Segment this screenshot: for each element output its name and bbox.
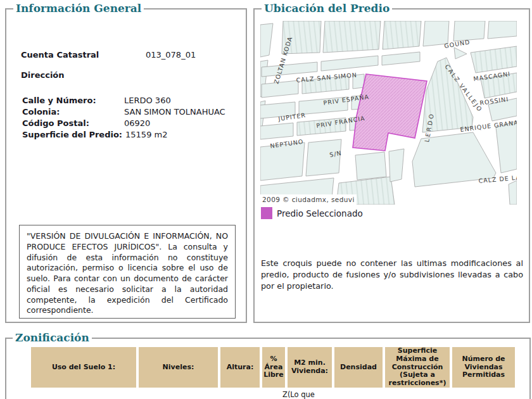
calle-value: LERDO 360 [124,96,171,105]
col-header-densidad: Densidad [334,347,383,388]
calle-label: Calle y Número: [22,95,124,106]
col-header-superficie-maxima: Superficie Máxima de Construcción (Sujet… [385,347,450,388]
col-header-m2-min-vivienda: M2 min. Vivienda: [288,347,332,388]
legal-disclaimer-box: "VERSIÓN DE DIVULGACIÓN E INFORMACIÓN, N… [19,225,236,319]
cuenta-catastral-value: 013_078_01 [146,50,196,60]
zonificacion-title: Zonificación [13,331,92,344]
field-row-codigo-postal: Código Postal:06920 [22,118,225,129]
info-general-title: Información General [13,2,144,15]
field-row-calle: Calle y Número:LERDO 360 [22,95,225,106]
colonia-label: Colonia: [22,106,124,118]
map-note: Este croquis puede no contener las ultim… [261,258,523,292]
col-header-altura: Altura: [220,347,260,388]
seduvi-page: { "colors": { "teal": "#1b6e7d", "tan": … [0,0,532,399]
selected-parcel-swatch-icon [261,207,272,219]
map-legend-label: Predio Seleccionado [277,208,363,218]
codigo-postal-label: Código Postal: [22,118,124,129]
field-row-colonia: Colonia:SAN SIMON TOLNAHUAC [22,106,225,118]
predio-map[interactable]: ZOLTAN KODA CALZ SAN SIMON PRIV ESPAÑA J… [260,21,517,205]
col-header-area-libre: % Área Libre [262,347,285,388]
address-fields: Calle y Número:LERDO 360 Colonia:SAN SIM… [22,95,225,141]
zonificacion-header-row: Uso del Suelo 1: Niveles: Altura: % Área… [31,347,515,388]
zonificacion-partial-row-text: Z(Lo que [282,390,315,399]
field-row-superficie: Superficie del Predio:15159 m2 [22,129,225,141]
cuenta-catastral-row: Cuenta Catastral013_078_01 [21,49,196,61]
direccion-label: Dirección [21,70,65,80]
codigo-postal-value: 06920 [124,118,150,128]
superficie-value: 15159 m2 [125,130,167,139]
cuenta-catastral-label: Cuenta Catastral [21,49,146,61]
col-header-uso-del-suelo: Uso del Suelo 1: [31,347,136,388]
superficie-label: Superficie del Predio: [22,129,122,141]
col-header-numero-viviendas: Número de Viviendas Permitidas [452,347,515,388]
map-attribution: 2009 © ciudadmx, seduvi [262,196,355,203]
ubicacion-title: Ubicación del Predio [262,2,392,15]
col-header-niveles: Niveles: [139,347,218,388]
colonia-value: SAN SIMON TOLNAHUAC [124,107,225,117]
